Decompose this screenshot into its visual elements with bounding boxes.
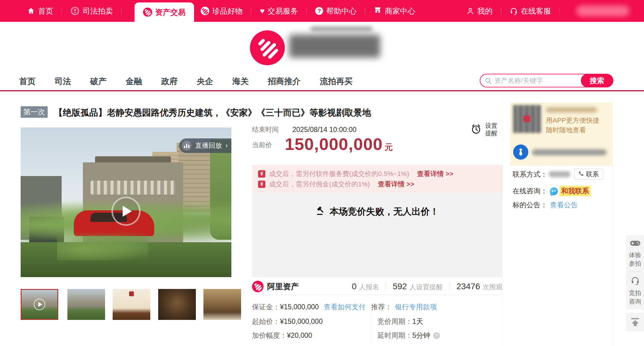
contact-row: 联系方式： 联系 — [513, 169, 603, 180]
subnav-bankruptcy[interactable]: 破产 — [90, 76, 107, 87]
experience-label-line1: 体验 — [629, 252, 641, 258]
fee-notice-row: ¥ 成交后，需另付佣金(成交价的1%) 查看详情 >> — [258, 179, 503, 189]
nav-online-support-label: 在线客服 — [521, 6, 551, 16]
nav-help-label: 帮助中心 — [326, 6, 356, 16]
divider — [503, 97, 503, 346]
nav-home[interactable]: 首页 — [26, 0, 54, 22]
delay-cycle-label: 延时周期： — [377, 331, 412, 340]
fee-notice-text: 成交后，需另付佣金(成交价的1%) — [269, 180, 370, 189]
live-replay-label: 直播回放 — [195, 141, 222, 150]
nav-treasure-label: 珍品好物 — [212, 6, 243, 16]
start-price-value: ¥150,000,000 — [280, 317, 323, 326]
nav-merchant-center[interactable]: 商家中心 — [373, 0, 416, 22]
nav-help-center[interactable]: ? 帮助中心 — [314, 0, 358, 22]
thumbnail-photo-3[interactable] — [158, 289, 196, 320]
stat-views: 23476 次围观 — [450, 282, 503, 292]
blurred-logo-wordmark — [289, 35, 380, 58]
treasure-icon — [201, 7, 209, 15]
chevron-right-icon: › — [226, 142, 228, 150]
contact-button-label: 联系 — [586, 170, 599, 178]
fee-detail-link[interactable]: 查看详情 >> — [378, 180, 414, 189]
end-time-label: 结束时间 — [252, 125, 279, 134]
deposit-label: 保证金： — [252, 302, 280, 312]
thumbnail-image — [113, 289, 150, 320]
yuan-fee-icon: ¥ — [258, 181, 265, 188]
search-icon — [485, 77, 492, 84]
fee-notice-box: ¥ 成交后，需另付软件服务费(成交价的0.5%~1%) 查看详情 >> ¥ 成交… — [252, 165, 503, 193]
blurred-contact-number — [549, 171, 571, 177]
live-replay-tag[interactable]: 直播回放 › — [179, 138, 231, 153]
nav-my-account[interactable]: 我的 — [465, 0, 494, 22]
fee-detail-link[interactable]: 查看详情 >> — [417, 169, 453, 178]
subnav-resale[interactable]: 流拍再买 — [320, 76, 353, 87]
subnav-government[interactable]: 政府 — [161, 76, 178, 87]
subnav-finance[interactable]: 金融 — [126, 76, 142, 87]
bid-cycle-row: 竞价周期： 1天 — [377, 317, 423, 326]
contact-button[interactable]: 联系 — [574, 169, 603, 180]
fee-notice-row: ¥ 成交后，需另付软件服务费(成交价的0.5%~1%) 查看详情 >> — [258, 169, 503, 179]
nav-underline — [0, 90, 644, 91]
currency-unit: 元 — [384, 143, 393, 153]
help-tooltip-icon[interactable]: ? — [433, 332, 440, 339]
consult-label-line2: 咨询 — [629, 298, 641, 305]
bank-channel-link[interactable]: 银行专用款项 — [395, 302, 437, 312]
play-button[interactable] — [111, 197, 141, 226]
subnav-central-enterprise[interactable]: 央企 — [197, 76, 213, 87]
headset-icon — [631, 276, 640, 286]
stat-value: 23476 — [456, 282, 480, 291]
question-icon: ? — [315, 7, 323, 15]
subnav-judicial[interactable]: 司法 — [55, 76, 71, 87]
nav-home-label: 首页 — [38, 6, 53, 16]
thumbnail-photo-1[interactable] — [67, 289, 105, 320]
thumbnail-video[interactable] — [21, 289, 58, 320]
current-price-row: 当前价 150,000,000元 — [252, 136, 393, 153]
current-price-label: 当前价 — [252, 141, 272, 153]
bidding-consult-button[interactable]: 竞拍 咨询 — [629, 272, 641, 309]
experience-bidding-button[interactable]: 体验 参拍 — [629, 235, 641, 271]
nav-judicial-auction[interactable]: 司法拍卖 — [69, 0, 114, 22]
nav-treasure[interactable]: 珍品好物 — [199, 0, 244, 22]
delay-cycle-row: 延时周期： 5分钟 ? — [377, 331, 440, 340]
set-reminder-button[interactable]: 设置 提醒 — [470, 122, 497, 137]
thumbnail-photo-4[interactable] — [203, 289, 241, 320]
video-player[interactable]: 直播回放 › — [21, 127, 231, 277]
contact-me-link[interactable]: 和我联系 — [560, 186, 591, 196]
home-icon — [27, 7, 35, 15]
how-to-pay-link[interactable]: 查看如何支付 — [324, 302, 366, 312]
auction-status-message-row: 本场竞价失败，无人出价！ — [252, 205, 503, 218]
notice-label: 标的公告： — [513, 200, 547, 210]
bid-cycle-label: 竞价周期： — [377, 317, 412, 326]
floating-action-rail: 体验 参拍 竞拍 咨询 — [626, 235, 644, 309]
reminder-label-line1: 设置 — [485, 122, 497, 130]
stat-signups: 0 人报名 — [345, 282, 386, 292]
reminder-label-line2: 提醒 — [485, 130, 497, 137]
brand-logo-icon — [252, 281, 264, 292]
nav-merchant-label: 商家中心 — [385, 6, 415, 16]
site-logo[interactable] — [250, 30, 285, 65]
blurred-hotline — [576, 5, 629, 16]
end-time-row: 结束时间 2025/08/14 10:00:00 — [252, 125, 356, 134]
nav-asset-trade-active-tab[interactable]: 资产交易 — [135, 2, 194, 22]
stat-value: 592 — [393, 282, 407, 291]
stat-label: 人设置提醒 — [409, 283, 443, 292]
nav-separator — [121, 8, 122, 14]
search-button[interactable]: 搜索 — [581, 74, 613, 87]
thumbnail-photo-2[interactable] — [113, 289, 150, 320]
nav-online-support[interactable]: 在线客服 — [509, 0, 552, 22]
thumbnail-image — [67, 289, 105, 320]
stat-label: 人报名 — [359, 283, 379, 292]
judicial-emblem-icon — [70, 6, 80, 15]
nav-trade-service[interactable]: ♥ 交易服务 — [259, 0, 299, 22]
video-scene-balcony — [90, 181, 175, 195]
view-notice-link[interactable]: 查看公告 — [550, 200, 578, 210]
back-to-top-button[interactable] — [626, 313, 644, 331]
stat-value: 0 — [352, 282, 357, 291]
app-promo-line2: 随时随地查看 — [546, 126, 586, 135]
stat-label: 次围观 — [482, 283, 503, 292]
top-navigation-bar: 首页 司法拍卖 资产交易 — [0, 0, 644, 22]
thumbnail-image — [203, 289, 241, 320]
subnav-promotion[interactable]: 招商推介 — [268, 76, 301, 87]
subnav-customs[interactable]: 海关 — [232, 76, 249, 87]
divider — [371, 311, 371, 343]
subnav-home[interactable]: 首页 — [19, 76, 36, 87]
